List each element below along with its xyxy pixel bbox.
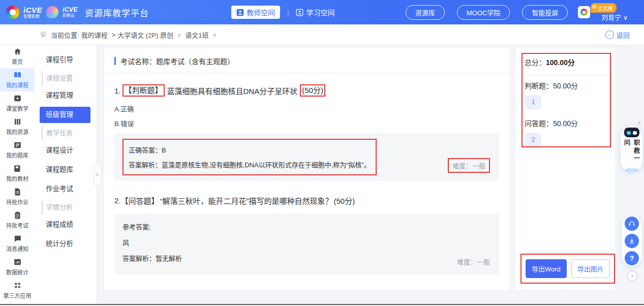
sidebar-item-home[interactable]: 首页: [0, 45, 35, 68]
submenu-course-intro[interactable]: 课程引导: [35, 52, 97, 68]
third-party-apps-icon: [13, 281, 22, 290]
user-menu[interactable]: 刘育宁 ∨: [601, 12, 628, 22]
nav-divider: |: [287, 9, 289, 16]
question-2-text: “解落三秋叶，能开二月花”描写的是哪种自然现象？: [160, 195, 333, 206]
question-1-difficulty: 难度：一般: [452, 162, 485, 170]
sidebar-item-my-textbook[interactable]: 我的教材: [0, 162, 35, 185]
question-2-analysis: 答案解析：暂无解析: [122, 253, 491, 263]
space-switcher: 教师空间 | 学习空间: [231, 0, 334, 24]
learning-space-icon: [296, 9, 303, 16]
questions-area: 1. 【判断题】 蓝藻细胞具有细胞核且DNA分子呈环状 (50分) A.正确 B…: [104, 84, 509, 274]
sidebar-item-data-stats[interactable]: 数据统计: [0, 255, 35, 279]
sidebar-collapse-handle[interactable]: «: [93, 164, 102, 185]
export-image-button[interactable]: 导出图片: [571, 259, 610, 278]
customer-service-button[interactable]: [625, 217, 639, 231]
logo1-sub: 智慧职教: [23, 15, 42, 19]
sidebar-item-my-courses[interactable]: 我的课程: [0, 68, 35, 91]
page-bottom-divider: [0, 304, 644, 305]
sidebar-item-third-party-apps[interactable]: 第三方应用: [0, 279, 35, 302]
learning-space-label: 学习空间: [306, 7, 334, 17]
question-nav-button-1[interactable]: 1: [526, 96, 541, 109]
user-caret-icon: ∨: [623, 14, 628, 21]
course-caret-icon[interactable]: ∨: [177, 32, 181, 38]
question-1-correct-answer: 正确答案：B: [129, 145, 371, 155]
submenu-class-management[interactable]: 班级管理: [40, 107, 90, 123]
question-1-title: 1. 【判断题】 蓝藻细胞具有细胞核且DNA分子呈环状 (50分): [114, 84, 499, 97]
sidebar-item-my-question-bank[interactable]: 我的题库: [0, 138, 35, 162]
submenu-course-management[interactable]: 课程管理: [35, 87, 97, 104]
mooc-academy-button[interactable]: MOOC学院: [457, 5, 510, 20]
close-toolbar-button[interactable]: ×: [627, 271, 637, 281]
help-button[interactable]: ?: [625, 251, 639, 265]
question-nav-button-2[interactable]: 2: [526, 133, 541, 146]
resource-library-button[interactable]: 资源库: [406, 5, 445, 20]
pending-homework-icon: [13, 188, 22, 196]
headset-icon: [628, 220, 636, 228]
pending-exam-icon: [13, 211, 22, 220]
question-2-reference-label: 参考答案:: [122, 222, 491, 231]
logo2-sub: 职教云: [63, 14, 78, 18]
location-pin-icon: [40, 31, 47, 38]
download-button[interactable]: [625, 234, 639, 248]
breadcrumb-class-select[interactable]: 语文1班: [185, 30, 208, 40]
exam-name-row: 考试名称：题库考试（含有主观题）: [104, 48, 509, 73]
question-1-answer-box: 正确答案：B 答案解析：蓝藻是原核生物,没有细胞核,DNA以环状形式存在于细胞中…: [114, 133, 499, 181]
score-groups: 判断题：50.00分 1 问答题：50.00分 2: [515, 67, 615, 156]
submenu-section-teaching-tasks: 教学任务: [42, 126, 97, 140]
sidebar-item-message-notice[interactable]: 消息通知: [0, 232, 35, 255]
close-icon: ×: [631, 273, 634, 279]
ai-assistant-label: 职教一问: [622, 139, 641, 167]
back-button[interactable]: ← 返回: [605, 30, 630, 40]
sidebar-item-pending-homework[interactable]: 待批作业: [0, 185, 35, 208]
submenu-course-grades[interactable]: 课程成绩: [35, 217, 97, 233]
breadcrumb-course-select[interactable]: 大学语文 (2P) 原创: [117, 30, 173, 40]
mini-swirl-icon: [580, 9, 588, 16]
export-word-button[interactable]: 导出Word: [526, 259, 567, 278]
submenu-homework-exam[interactable]: 作业考试: [35, 181, 97, 197]
brand-area: iCVE 智慧职教 iCVE 职教云 资源库教学平台: [0, 6, 149, 19]
my-textbook-icon: [13, 164, 22, 173]
breadcrumb-label: 当前位置:: [51, 30, 79, 40]
question-1-type-tag: 【判断题】: [125, 86, 163, 95]
message-notice-icon: [13, 234, 22, 243]
classroom-teaching-icon: [13, 94, 22, 103]
tab-learning-space[interactable]: 学习空间: [296, 7, 334, 17]
exam-preview-panel: 考试名称：题库考试（含有主观题） 1. 【判断题】 蓝藻细胞具有细胞核且DNA分…: [104, 48, 509, 290]
smart-screencast-button[interactable]: 智能投屏: [522, 5, 568, 20]
question-2-title: 2. 【问答题】 “解落三秋叶，能开二月花”描写的是哪种自然现象？ (50分): [114, 195, 499, 206]
qa-group-label: 问答题：50.00分: [525, 118, 606, 128]
annotation-box-export: 导出Word 导出图片: [520, 254, 615, 284]
class-caret-icon[interactable]: ∨: [213, 32, 217, 38]
sidebar-item-pending-exam[interactable]: 待批考试: [0, 208, 35, 232]
logo1-title: iCVE: [23, 6, 42, 14]
submenu-statistics-analysis[interactable]: 统计分析: [35, 236, 97, 252]
question-1-option-b: B.错误: [114, 118, 499, 128]
icve-logo-text: iCVE 智慧职教: [23, 6, 42, 19]
my-resources-icon: [13, 117, 22, 126]
question-2-reference-answer: 风: [122, 237, 491, 247]
question-2-difficulty: 难度：一般: [457, 257, 490, 266]
breadcrumb-my-courses[interactable]: 我的课程: [81, 30, 108, 40]
teacher-space-label: 教师空间: [247, 7, 275, 17]
back-arrow-icon: ←: [605, 30, 614, 39]
robot-icon: [624, 128, 639, 137]
sidebar-item-my-resources[interactable]: 我的资源: [0, 115, 35, 138]
header-buttons: 资源库 MOOC学院 智能投屏: [406, 0, 568, 24]
submenu-course-design[interactable]: 课程设计: [35, 142, 97, 159]
download-icon: [628, 237, 636, 245]
question-2-answer-box: 参考答案: 风 答案解析：暂无解析 难度：一般: [114, 214, 499, 274]
submenu-course-question-bank[interactable]: 课程题库: [35, 162, 97, 178]
version-badge: 正式版: [591, 3, 617, 13]
question-1-number: 1.: [114, 86, 121, 95]
question-1-analysis: 答案解析：蓝藻是原核生物,没有细胞核,DNA以环状形式存在于细胞中,称为“拟核”…: [129, 160, 371, 169]
submenu-section-learning-analysis: 学情分析: [42, 200, 97, 215]
course-submenu: 课程引导 课程设置 课程管理 班级管理 教学任务 课程设计 课程题库 作业考试 …: [35, 45, 97, 305]
my-courses-icon: [13, 71, 22, 79]
sidebar-item-classroom-teaching[interactable]: 课堂教学: [0, 91, 35, 115]
ai-assistant-widget[interactable]: ✦ 职教一问: [621, 125, 642, 172]
user-org-logo: [578, 6, 590, 18]
cloud-icon: [625, 168, 638, 172]
tab-teacher-space[interactable]: 教师空间: [231, 6, 280, 19]
total-score-label: 总分：: [525, 58, 546, 67]
annotation-box-q1-type: 【判断题】: [122, 84, 165, 97]
